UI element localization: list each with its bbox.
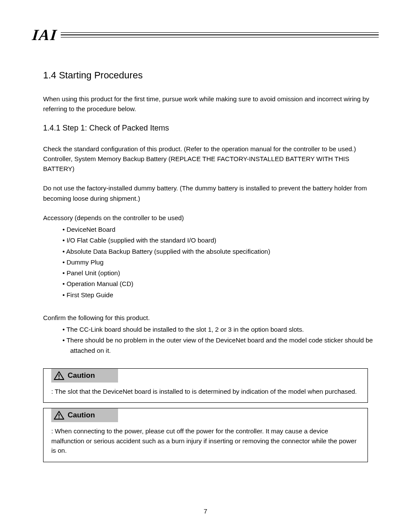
caution-box-2: Caution : When connecting to the power, … [43,408,368,462]
list-item: Absolute Data Backup Battery (supplied w… [62,246,379,256]
list-item: I/O Flat Cable (supplied with the standa… [62,235,379,245]
logo: IAI [31,26,58,44]
list-item: DeviceNet Board [62,224,379,234]
page-number: 7 [204,507,207,515]
caution-header: Caution [51,369,118,383]
confirm-lead: Confirm the following for this product. [43,313,379,323]
list-item: First Step Guide [62,290,379,300]
caution-text: : When connecting to the power, please c… [51,426,360,456]
step-lead: Check the standard configuration of this… [43,144,379,174]
section-intro: When using this product for the first ti… [43,94,379,114]
list-item: Operation Manual (CD) [62,279,379,289]
accessory-list: DeviceNet Board I/O Flat Cable (supplied… [62,224,379,300]
caution-box-1: Caution : The slot that the DeviceNet bo… [43,368,368,403]
step-title: 1.4.1 Step 1: Check of Packed Items [43,124,379,133]
caution-dummy: Do not use the factory-installed dummy b… [43,183,379,203]
accessory-lead: Accessory (depends on the controller to … [43,213,379,223]
caution-header: Caution [51,408,118,422]
confirm-list: The CC-Link board should be installed to… [62,324,379,355]
header-rules [61,32,379,37]
svg-point-2 [59,378,59,379]
caution-label: Caution [68,371,95,380]
list-item: Dummy Plug [62,257,379,267]
warning-icon [54,371,64,380]
warning-icon [54,411,64,420]
page-header: IAI [32,26,379,44]
caution-text: : The slot that the DeviceNet board is i… [51,387,360,397]
svg-point-5 [59,417,59,418]
section-title: 1.4 Starting Procedures [43,70,379,81]
list-item: The CC-Link board should be installed to… [62,324,379,334]
caution-label: Caution [68,411,95,420]
list-item: There should be no problem in the outer … [62,335,379,355]
list-item: Panel Unit (option) [62,268,379,278]
